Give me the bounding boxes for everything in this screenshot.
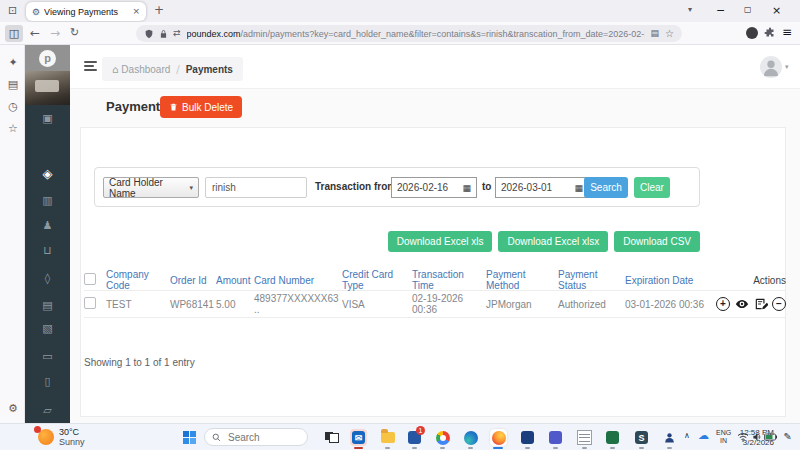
extensions-puzzle-icon[interactable] — [764, 27, 776, 39]
filter-field-value: Card Holder Name — [109, 177, 189, 199]
tab-list-chevron-icon[interactable]: ▾ — [688, 6, 692, 14]
bulk-delete-button[interactable]: Bulk Delete — [160, 96, 242, 118]
teams-icon[interactable] — [547, 429, 564, 446]
sidebar-item-bag-icon[interactable]: ⊔ — [25, 245, 70, 256]
search-button[interactable]: Search — [584, 177, 628, 198]
tray-clock[interactable]: 12:58 PM3/2/2026 — [740, 428, 774, 448]
avatar-caret-icon[interactable]: ▾ — [785, 63, 789, 71]
firefox-icon[interactable] — [490, 429, 507, 446]
edit-note-icon[interactable] — [754, 297, 768, 311]
col-expiration-date[interactable]: Expiration Date — [625, 275, 709, 286]
browser-tab[interactable]: ⚙ Viewing Payments × — [26, 2, 146, 21]
task-view-icon[interactable] — [323, 429, 340, 446]
home-icon[interactable]: ⌂ — [112, 64, 118, 75]
col-amount[interactable]: Amount — [216, 275, 254, 286]
select-caret-icon: ▾ — [189, 184, 193, 192]
search-icon — [212, 433, 221, 442]
sidebar-toggle-icon[interactable]: ◫ — [5, 25, 23, 42]
language-indicator[interactable]: ENGIN — [716, 429, 731, 445]
sidebar-item-credit-card-icon[interactable]: ▭ — [25, 351, 70, 362]
breadcrumb-dashboard-link[interactable]: Dashboard — [121, 64, 170, 75]
view-eye-icon[interactable] — [734, 297, 750, 311]
col-credit-card-type[interactable]: Credit Card Type — [342, 269, 412, 291]
col-transaction-time[interactable]: Transaction Time — [412, 269, 486, 291]
tray-chevron-icon[interactable]: ∧ — [684, 432, 690, 440]
breadcrumb-current: Payments — [186, 64, 233, 75]
col-payment-method[interactable]: Payment Method — [486, 269, 558, 291]
sidebar-item-gem-icon[interactable]: ◈ — [25, 167, 70, 180]
screen: ⊡ ⚙ Viewing Payments × + ▾ − ▢ × ◫ ← → ↻… — [0, 0, 800, 450]
calendar-icon[interactable]: ▦ — [574, 183, 583, 193]
menu-icon[interactable]: ≡ — [782, 26, 792, 38]
window-maximize-button[interactable]: ▢ — [744, 6, 752, 14]
file-explorer-icon[interactable] — [379, 429, 396, 446]
settings-gear-icon[interactable]: ⚙ — [6, 403, 20, 414]
classic-outlook-icon[interactable] — [519, 429, 536, 446]
tab-close-icon[interactable]: × — [132, 7, 140, 16]
starred-icon[interactable]: ☆ — [6, 123, 20, 134]
sidebar-item-copy-icon[interactable]: ▧ — [25, 323, 70, 334]
clear-button[interactable]: Clear — [634, 177, 670, 198]
sidebar-item-monitor-icon[interactable]: ▯ — [25, 376, 70, 387]
notepad-icon[interactable] — [576, 429, 593, 446]
bulk-delete-label: Bulk Delete — [182, 102, 233, 113]
app-logo[interactable]: p — [39, 50, 56, 67]
url-bar[interactable]: ⇄ poundex.com/admin/payments?key=card_ho… — [136, 25, 682, 42]
col-order-id[interactable]: Order Id — [170, 275, 216, 286]
col-company-code[interactable]: Company Code — [106, 269, 170, 291]
window-minimize-button[interactable]: − — [716, 5, 725, 16]
sidebar-item-card-icon[interactable]: ▥ — [25, 195, 70, 206]
reload-icon[interactable]: ↻ — [70, 27, 79, 38]
extension-icon[interactable] — [746, 27, 758, 39]
tracking-shield-icon[interactable] — [144, 29, 154, 39]
reader-mode-icon[interactable]: ▤ — [651, 29, 660, 38]
history-icon[interactable]: ◷ — [6, 101, 20, 112]
pen-icon[interactable]: ✎ — [784, 432, 792, 442]
url-text[interactable]: poundex.com/admin/payments?key=card_hold… — [187, 29, 645, 39]
sidebar-item-book-icon[interactable]: ▤ — [25, 300, 70, 311]
sublime-icon[interactable]: S — [633, 429, 650, 446]
back-icon[interactable]: ← — [30, 27, 40, 39]
download-xlsx-button[interactable]: Download Excel xlsx — [498, 231, 608, 252]
bookmarks-icon[interactable]: ▤ — [6, 79, 20, 90]
onedrive-cloud-icon[interactable]: ☁ — [698, 430, 709, 441]
chrome-icon[interactable] — [434, 429, 451, 446]
avatar[interactable] — [760, 56, 782, 78]
add-circle-icon[interactable]: + — [716, 297, 730, 311]
sidebar-item-user-icon[interactable]: ♟ — [25, 220, 70, 231]
download-xls-button[interactable]: Download Excel xls — [388, 231, 493, 252]
window-close-button[interactable]: × — [772, 5, 781, 16]
push-menu-icon[interactable] — [84, 61, 97, 71]
sidebar-item-tag-icon[interactable]: ◊ — [25, 273, 70, 284]
col-card-number[interactable]: Card Number — [254, 275, 342, 286]
outlook-icon[interactable]: ✉ — [350, 429, 367, 446]
sidebar-item-file-icon[interactable]: ▱ — [25, 405, 70, 416]
filter-search-input[interactable] — [205, 177, 307, 198]
to-date-input[interactable]: 2026-03-01 ▦ — [495, 177, 589, 198]
row-checkbox[interactable] — [84, 297, 96, 309]
remove-circle-icon[interactable]: − — [772, 297, 786, 311]
col-payment-status[interactable]: Payment Status — [558, 269, 625, 291]
permissions-icon[interactable]: ⇄ — [173, 29, 181, 38]
weather-condition[interactable]: Sunny — [59, 437, 85, 447]
sidebar-item-grid-icon[interactable]: ▣ — [25, 113, 70, 124]
lock-icon[interactable] — [159, 29, 168, 39]
select-all-checkbox[interactable] — [84, 273, 96, 285]
start-button[interactable] — [181, 429, 198, 446]
from-date-input[interactable]: 2026-02-16 ▦ — [391, 177, 477, 198]
contacts-app-icon[interactable] — [661, 429, 678, 446]
excel-icon[interactable] — [604, 429, 621, 446]
download-csv-button[interactable]: Download CSV — [614, 231, 700, 252]
bookmark-star-icon[interactable]: ☆ — [665, 29, 674, 39]
ai-chatbot-icon[interactable]: ✦ — [6, 57, 20, 68]
taskbar-search[interactable] — [204, 428, 308, 446]
weather-temp[interactable]: 30°C — [59, 427, 79, 437]
calendar-icon[interactable]: ▦ — [462, 183, 471, 193]
taskbar-search-input[interactable] — [226, 431, 300, 444]
people-app-icon[interactable]: 1 — [406, 429, 423, 446]
logo-band: p — [25, 45, 70, 71]
new-tab-button[interactable]: + — [154, 4, 164, 16]
filter-field-select[interactable]: Card Holder Name ▾ — [103, 177, 199, 198]
edge-icon[interactable] — [462, 429, 479, 446]
firefox-view-icon[interactable]: ⊡ — [8, 5, 17, 16]
